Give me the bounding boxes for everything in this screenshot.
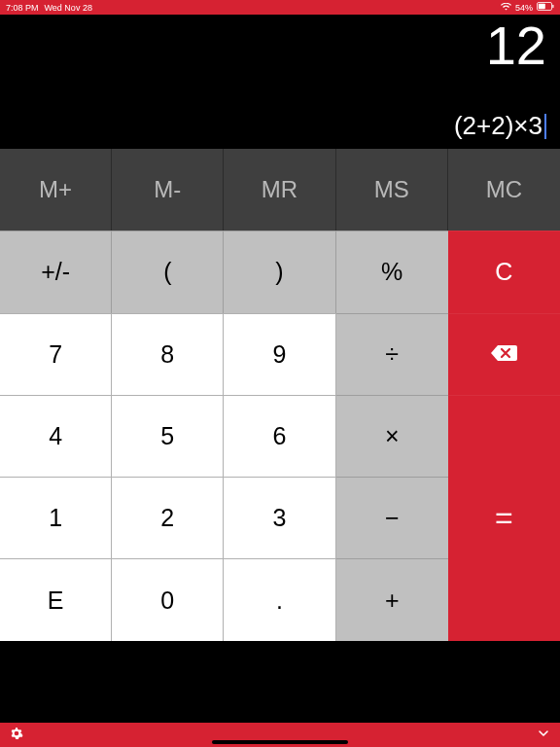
clear-button[interactable]: C [448,231,560,312]
memory-recall-button[interactable]: MR [224,149,335,231]
memory-plus-button[interactable]: M+ [0,149,112,231]
memory-minus-button[interactable]: M- [112,149,224,231]
digit-2-button[interactable]: 2 [112,477,224,558]
left-paren-button[interactable]: ( [112,231,224,312]
backspace-icon [489,340,518,369]
digit-1-button[interactable]: 1 [0,477,112,558]
svg-rect-1 [539,4,545,9]
bottom-toolbar [0,723,560,747]
multiply-button[interactable]: × [336,395,448,477]
status-battery: 54% [515,3,533,13]
digit-5-button[interactable]: 5 [112,395,224,477]
sign-toggle-button[interactable]: +/- [0,231,112,312]
equals-button[interactable]: = [448,395,560,641]
backspace-button[interactable] [448,313,560,395]
divide-button[interactable]: ÷ [336,313,448,395]
wifi-icon [501,3,511,13]
subtract-button[interactable]: − [336,477,448,558]
digit-6-button[interactable]: 6 [224,395,335,477]
text-cursor [544,114,546,139]
memory-store-button[interactable]: MS [336,149,448,231]
settings-button[interactable] [10,727,23,744]
memory-clear-button[interactable]: MC [448,149,560,231]
digit-4-button[interactable]: 4 [0,395,112,477]
home-indicator [212,740,348,744]
percent-button[interactable]: % [336,231,448,312]
calculator-display: 12 (2+2)×3 [0,15,560,149]
collapse-button[interactable] [537,727,550,744]
digit-0-button[interactable]: 0 [112,558,224,640]
calculator-keypad: M+ M- MR MS MC +/- ( ) % C 7 8 9 ÷ 4 5 6… [0,149,560,723]
status-date: Wed Nov 28 [45,3,92,13]
svg-rect-2 [552,5,553,8]
digit-3-button[interactable]: 3 [224,477,335,558]
display-expression[interactable]: (2+2)×3 [454,111,546,141]
exponent-button[interactable]: E [0,558,112,640]
digit-7-button[interactable]: 7 [0,313,112,395]
digit-8-button[interactable]: 8 [112,313,224,395]
display-result: 12 [486,18,546,73]
digit-9-button[interactable]: 9 [224,313,335,395]
decimal-button[interactable]: . [224,558,335,640]
right-paren-button[interactable]: ) [224,231,335,312]
battery-icon [537,2,554,13]
add-button[interactable]: + [336,558,448,640]
status-time: 7:08 PM [6,3,39,13]
status-bar: 7:08 PM Wed Nov 28 54% [0,0,560,15]
